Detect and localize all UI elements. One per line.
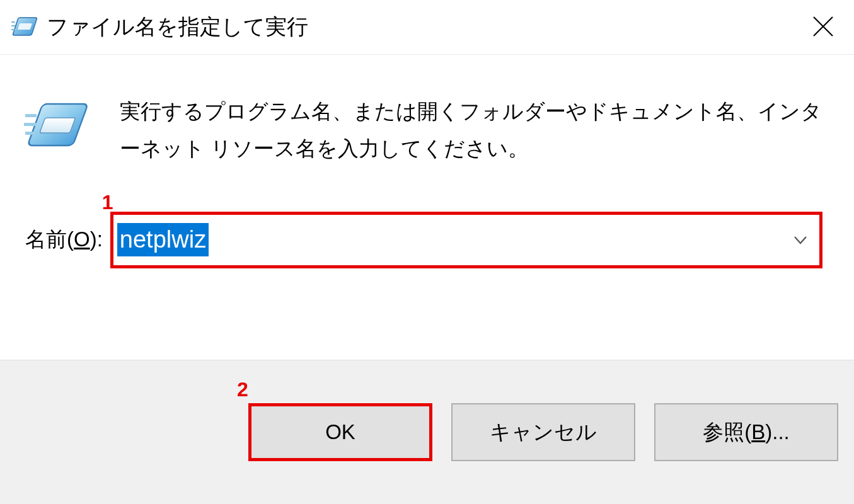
- button-row: 2 OK キャンセル 参照(B)...: [0, 360, 854, 504]
- titlebar: ファイル名を指定して実行: [0, 0, 854, 55]
- svg-rect-4: [11, 29, 15, 30]
- svg-rect-9: [25, 114, 37, 117]
- cancel-button-wrapper: キャンセル: [451, 403, 635, 461]
- svg-rect-8: [40, 118, 76, 133]
- annotation-1: 1: [102, 191, 113, 214]
- svg-rect-1: [18, 23, 32, 30]
- input-highlight-box: 1 netplwiz: [110, 212, 822, 268]
- browse-button[interactable]: 参照(B)...: [654, 403, 838, 461]
- dialog-title: ファイル名を指定して実行: [47, 13, 308, 42]
- dialog-content: 実行するプログラム名、または開くフォルダーやドキュメント名、インターネット リソ…: [0, 55, 854, 360]
- run-program-icon: [11, 14, 38, 40]
- description-text: 実行するプログラム名、または開くフォルダーやドキュメント名、インターネット リソ…: [120, 93, 829, 168]
- cancel-button[interactable]: キャンセル: [451, 403, 635, 461]
- svg-rect-2: [11, 21, 15, 23]
- close-button[interactable]: [807, 11, 839, 43]
- titlebar-left: ファイル名を指定して実行: [11, 13, 308, 42]
- command-input-value[interactable]: netplwiz: [117, 223, 209, 256]
- ok-button[interactable]: OK: [248, 403, 432, 461]
- svg-rect-10: [24, 123, 37, 126]
- close-icon: [811, 14, 835, 40]
- run-program-large-icon: [24, 96, 89, 156]
- svg-rect-11: [25, 132, 37, 135]
- run-dialog: ファイル名を指定して実行: [0, 0, 854, 504]
- ok-button-wrapper: 2 OK: [248, 403, 432, 461]
- input-label: 名前(O):: [25, 226, 103, 254]
- input-row: 名前(O): 1 netplwiz: [19, 212, 829, 268]
- annotation-2: 2: [237, 378, 248, 401]
- chevron-down-icon[interactable]: [792, 231, 809, 249]
- browse-button-wrapper: 参照(B)...: [654, 403, 838, 461]
- svg-rect-3: [11, 25, 15, 26]
- description-row: 実行するプログラム名、または開くフォルダーやドキュメント名、インターネット リソ…: [19, 93, 829, 168]
- command-combobox[interactable]: netplwiz: [113, 215, 819, 265]
